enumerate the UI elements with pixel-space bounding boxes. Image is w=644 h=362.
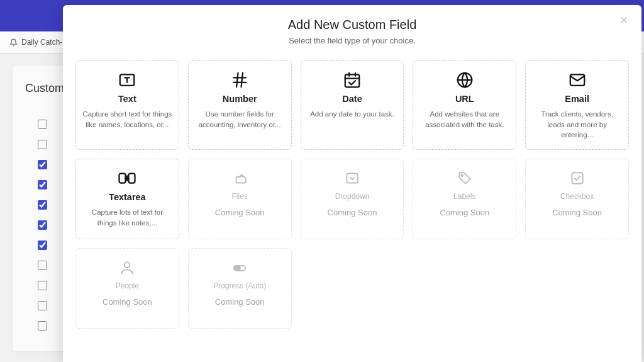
progress-icon bbox=[231, 257, 248, 278]
modal-subtitle: Select the field type of your choice. bbox=[75, 36, 629, 45]
people-icon bbox=[119, 257, 135, 278]
field-card-dropdown: DropdownComing Soon bbox=[301, 159, 404, 239]
svg-point-26 bbox=[125, 262, 130, 268]
field-card-textarea[interactable]: TextareaCapture lots of text for things … bbox=[75, 159, 179, 239]
svg-rect-19 bbox=[119, 174, 126, 183]
field-card-title: Textarea bbox=[109, 192, 146, 202]
field-card-title: Text bbox=[118, 94, 136, 104]
svg-line-11 bbox=[242, 73, 243, 88]
field-card-desc: Capture short text for things like names… bbox=[82, 109, 172, 130]
field-card-title: URL bbox=[455, 94, 474, 104]
field-card-labels: LabelsComing Soon bbox=[413, 159, 516, 239]
field-card-files: FilesComing Soon bbox=[188, 159, 292, 239]
text-icon bbox=[118, 70, 136, 90]
field-card-date[interactable]: DateAdd any date to your task. bbox=[301, 60, 404, 150]
date-icon bbox=[343, 70, 362, 90]
dropdown-icon bbox=[344, 168, 360, 188]
field-card-text[interactable]: TextCapture short text for things like n… bbox=[75, 60, 179, 150]
field-card-title: Dropdown bbox=[335, 192, 370, 201]
field-card-title: Labels bbox=[453, 192, 475, 201]
url-icon bbox=[455, 70, 474, 90]
field-card-desc: Coming Soon bbox=[215, 297, 265, 308]
field-card-desc: Add websites that are associated with th… bbox=[419, 109, 509, 130]
field-card-title: Checkbox bbox=[560, 192, 594, 201]
svg-rect-20 bbox=[129, 174, 135, 183]
svg-line-10 bbox=[236, 73, 238, 88]
field-card-desc: Coming Soon bbox=[215, 207, 265, 219]
svg-point-24 bbox=[461, 174, 463, 176]
field-card-desc: Use number fields for accounting, invent… bbox=[195, 109, 285, 130]
add-custom-field-modal: Add New Custom Field Select the field ty… bbox=[63, 5, 641, 362]
field-card-desc: Coming Soon bbox=[440, 207, 489, 219]
svg-rect-12 bbox=[345, 74, 360, 87]
number-icon bbox=[230, 70, 249, 90]
field-card-desc: Capture lots of text for things like not… bbox=[82, 207, 172, 228]
field-card-email[interactable]: EmailTrack clients, vendors, leads and m… bbox=[525, 60, 629, 150]
field-card-title: Number bbox=[223, 94, 257, 104]
field-card-desc: Coming Soon bbox=[552, 207, 602, 219]
svg-rect-23 bbox=[347, 173, 357, 183]
field-card-desc: Coming Soon bbox=[103, 297, 152, 308]
field-card-title: Email bbox=[565, 94, 589, 104]
field-card-people: PeopleComing Soon bbox=[75, 248, 179, 329]
modal-title: Add New Custom Field bbox=[75, 18, 629, 32]
field-card-title: People bbox=[116, 281, 139, 290]
field-card-progress: Progress (Auto)Coming Soon bbox=[188, 248, 292, 329]
field-card-desc: Coming Soon bbox=[328, 207, 377, 219]
field-card-title: Files bbox=[232, 192, 248, 201]
labels-icon bbox=[457, 168, 473, 188]
field-card-desc: Add any date to your task. bbox=[310, 109, 394, 120]
field-card-url[interactable]: URLAdd websites that are associated with… bbox=[413, 60, 516, 150]
field-card-title: Date bbox=[342, 94, 362, 104]
field-card-checkbox: CheckboxComing Soon bbox=[525, 159, 629, 239]
close-button[interactable] bbox=[619, 15, 629, 25]
textarea-icon bbox=[118, 168, 136, 188]
email-icon bbox=[568, 70, 587, 90]
svg-rect-25 bbox=[572, 173, 582, 183]
field-card-desc: Track clients, vendors, leads and more b… bbox=[532, 109, 622, 140]
field-card-number[interactable]: NumberUse number fields for accounting, … bbox=[188, 60, 292, 150]
field-card-title: Progress (Auto) bbox=[213, 281, 266, 290]
svg-rect-28 bbox=[234, 266, 240, 271]
files-icon bbox=[231, 168, 248, 188]
checkbox-icon bbox=[569, 168, 586, 188]
field-type-grid: TextCapture short text for things like n… bbox=[75, 60, 629, 329]
